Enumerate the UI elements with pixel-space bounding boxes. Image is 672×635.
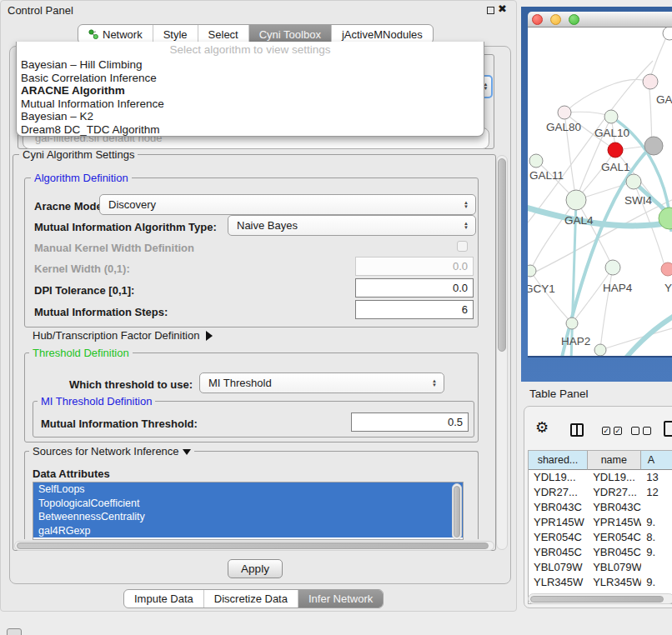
node-salmon[interactable] (661, 262, 672, 276)
manual-kernel-checkbox[interactable] (457, 241, 468, 252)
algorithm-definition-title: Algorithm Definition (31, 172, 132, 183)
network-nodes[interactable] (528, 28, 672, 356)
node-gal-top[interactable] (643, 74, 658, 89)
columns-icon[interactable] (570, 423, 584, 437)
tab-infer-network-label: Infer Network (308, 592, 373, 605)
popup-item-aracne[interactable]: ARACNE Algorithm (17, 84, 484, 98)
node-gal4[interactable] (566, 190, 586, 210)
popup-item-mutual-information[interactable]: Mutual Information Inference (17, 98, 484, 111)
spinner-arrows-icon: ▲▼ (464, 222, 469, 230)
mi-type-combo[interactable]: Naive Bayes ▲▼ (228, 215, 476, 236)
node-gal80[interactable] (558, 106, 571, 119)
sources-group-title: Sources for Network Inference (29, 446, 194, 457)
list-item-selfloops[interactable]: SelfLoops (33, 482, 463, 497)
table-row[interactable]: YDR27...YDR27...12 (529, 485, 672, 500)
close-window-icon[interactable] (532, 14, 543, 25)
node-gal11[interactable] (529, 154, 543, 168)
popup-item-basic-correlation[interactable]: Basic Correlation Inference (17, 72, 484, 85)
close-panel-icon[interactable]: ✖ (498, 2, 507, 15)
table-row[interactable]: YPR145WYPR145W9. (529, 515, 672, 530)
kernel-width-field[interactable]: 0.0 (355, 257, 474, 276)
select-all-checks-icon[interactable]: ✓✓ (602, 427, 622, 435)
tab-select-label: Select (208, 28, 238, 41)
tab-select[interactable]: Select (198, 25, 249, 43)
node-gcy1[interactable] (528, 265, 536, 277)
node-gray[interactable] (644, 137, 663, 155)
attributes-vscrollbar-thumb[interactable] (454, 486, 460, 538)
list-item-topologicalcoefficient[interactable]: TopologicalCoefficient (33, 497, 463, 511)
apply-button[interactable]: Apply (228, 559, 283, 578)
hub-definition-label: Hub/Transcription Factor Definition (33, 329, 199, 342)
node-swi4[interactable] (626, 174, 641, 189)
network-canvas[interactable]: GAL GAL80 GAL10 GAL1 GAL11 SWI4 GAL4 GCY… (528, 28, 672, 356)
window-bottom-edge (528, 356, 672, 358)
table-row[interactable]: YBR043CYBR043C (529, 500, 672, 515)
list-item-betweennesscentrality[interactable]: BetweennessCentrality (33, 510, 463, 524)
settings-vscrollbar-thumb[interactable] (498, 158, 506, 352)
table-hscrollbar-thumb[interactable] (530, 596, 664, 602)
screen: { "colors": { "selection_blue": "#3c77c9… (0, 0, 672, 635)
document-icon[interactable] (664, 421, 672, 437)
mi-steps-value: 6 (462, 303, 468, 316)
collapse-down-icon[interactable] (183, 449, 191, 455)
mi-type-label: Mutual Information Algorithm Type: (34, 221, 217, 233)
tab-impute-data[interactable]: Impute Data (124, 590, 204, 608)
attributes-vscrollbar[interactable] (452, 483, 462, 540)
tab-jactivemnodules[interactable]: jActiveMNodules (332, 25, 433, 43)
settings-vscrollbar[interactable] (496, 155, 508, 550)
table-row[interactable]: YLR345WYLR345W9. (529, 575, 672, 590)
tab-style[interactable]: Style (153, 25, 198, 43)
popup-item-bayesian-hill[interactable]: Bayesian – Hill Climbing (17, 58, 484, 72)
network-window-frame: GAL GAL80 GAL10 GAL1 GAL11 SWI4 GAL4 GCY… (521, 7, 672, 382)
table-row[interactable]: YBR045CYBR045C9. (529, 545, 672, 560)
node-hap2[interactable] (566, 318, 578, 329)
tab-cyni-toolbox[interactable]: Cyni Toolbox (249, 25, 332, 43)
label-gal1: GAL1 (601, 161, 630, 173)
mi-threshold-value: 0.5 (448, 416, 463, 428)
deselect-all-checks-icon[interactable] (631, 427, 651, 435)
tab-network[interactable]: Network (78, 25, 153, 43)
network-labels: GAL GAL80 GAL10 GAL1 GAL11 SWI4 GAL4 GCY… (528, 93, 672, 348)
bottom-tabbar: Impute Data Discretize Data Infer Networ… (123, 589, 384, 608)
table-row[interactable]: YDL19...YDL19...13 (529, 470, 672, 485)
table-hscrollbar[interactable] (528, 593, 672, 604)
settings-hscrollbar-thumb[interactable] (17, 542, 489, 549)
node-hap4[interactable] (605, 260, 620, 275)
dpi-tolerance-field[interactable]: 0.0 (355, 278, 474, 298)
column-header-partial[interactable]: A (641, 451, 672, 470)
minimized-panel-icon[interactable] (7, 628, 22, 635)
popup-item-bayesian-k2[interactable]: Bayesian – K2 (17, 110, 484, 123)
popup-placeholder: Select algorithm to view settings (17, 42, 484, 58)
settings-hscrollbar[interactable] (14, 541, 494, 551)
threshold-definition-title: Threshold Definition (29, 348, 133, 358)
network-window-titlebar[interactable] (528, 12, 672, 28)
popup-item-dream8[interactable]: Dream8 DC_TDC Algorithm (17, 123, 484, 137)
tab-discretize-data-label: Discretize Data (214, 592, 288, 605)
mi-steps-field[interactable]: 6 (355, 300, 474, 319)
column-header-shared-name[interactable]: shared... (529, 451, 588, 470)
gear-icon[interactable]: ⚙ (535, 420, 549, 435)
column-header-name[interactable]: name (588, 451, 641, 470)
tab-infer-network[interactable]: Infer Network (298, 590, 383, 608)
label-hap4: HAP4 (603, 282, 633, 294)
tab-discretize-data[interactable]: Discretize Data (204, 590, 298, 608)
tab-cyni-toolbox-label: Cyni Toolbox (259, 28, 321, 41)
hub-definition-expander[interactable]: Hub/Transcription Factor Definition (33, 329, 213, 342)
which-threshold-combo[interactable]: MI Threshold ▲▼ (199, 372, 444, 393)
node-gal1-selected[interactable] (608, 142, 623, 158)
zoom-window-icon[interactable] (569, 14, 579, 25)
dpi-tolerance-label: DPI Tolerance [0,1]: (34, 284, 134, 297)
node-unlabeled[interactable] (663, 28, 672, 40)
table-row[interactable]: YER054CYER054C8. (529, 530, 672, 545)
spinner-arrows-icon: ▲▼ (432, 379, 437, 388)
spinner-arrows-icon: ▲▼ (464, 201, 469, 209)
node-bottom[interactable] (594, 344, 606, 356)
list-item-gal4rgexp[interactable]: gal4RGexp (33, 524, 463, 538)
float-window-icon[interactable] (487, 7, 494, 14)
aracne-mode-combo[interactable]: Discovery ▲▼ (99, 194, 476, 215)
mi-threshold-field[interactable]: 0.5 (351, 412, 469, 432)
table-row[interactable]: YBL079WYBL079W (529, 560, 672, 575)
node-gal10[interactable] (604, 110, 618, 123)
minimize-window-icon[interactable] (550, 14, 561, 25)
data-attributes-list[interactable]: SelfLoops TopologicalCoefficient Between… (33, 482, 464, 540)
